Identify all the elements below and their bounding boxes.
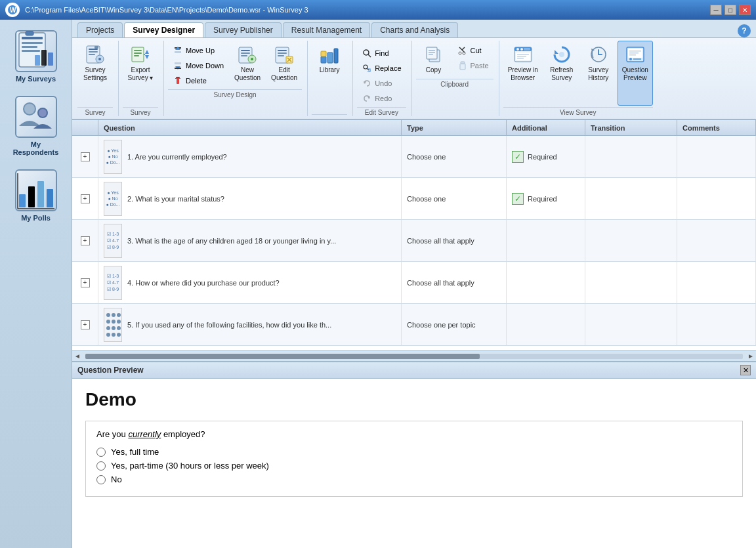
row2-question: ● Yes ● No ● Do... 2. What is your marit… — [98, 178, 402, 219]
expand-button[interactable]: + — [81, 194, 90, 203]
redo-button[interactable]: Redo — [357, 91, 406, 106]
tab-projects[interactable]: Projects — [77, 22, 123, 37]
question-thumb-radio: ● Yes ● No ● Do... — [104, 140, 122, 174]
tab-result-management[interactable]: Result Management — [283, 22, 370, 37]
new-question-label: NewQuestion — [234, 66, 261, 82]
edit-question-icon — [274, 44, 295, 65]
svg-rect-56 — [321, 56, 326, 63]
svg-point-95 — [629, 58, 632, 60]
survey-history-label: SurveyHistory — [588, 66, 608, 82]
svg-rect-84 — [517, 56, 526, 57]
find-icon — [362, 48, 372, 58]
svg-point-98 — [112, 313, 116, 317]
svg-rect-17 — [37, 181, 44, 207]
export-survey-button[interactable]: ExportSurvey ▾ — [123, 41, 158, 106]
export-survey-icon — [130, 44, 151, 65]
row2-type: Choose one — [402, 178, 507, 219]
survey-settings-button[interactable]: SurveySettings — [77, 41, 113, 106]
table-row[interactable]: + ☑ 1-3 ☑ 4-7 ☑ 8-9 3. What is the age o… — [72, 220, 756, 262]
new-question-button[interactable]: NewQuestion — [230, 41, 265, 85]
delete-button[interactable]: Delete — [168, 74, 228, 88]
close-button[interactable]: ✕ — [739, 5, 751, 15]
cut-button[interactable]: Cut — [453, 43, 494, 58]
row4-additional — [507, 262, 585, 303]
col-additional: Additional — [507, 120, 585, 135]
sidebar-item-my-surveys[interactable]: My Surveys — [5, 25, 68, 88]
find-button[interactable]: Find — [357, 46, 406, 60]
radio-input[interactable] — [96, 461, 106, 471]
expand-button[interactable]: + — [81, 236, 90, 245]
new-question-icon — [237, 44, 258, 65]
row4-type: Choose all that apply — [402, 262, 507, 303]
row3-comments — [677, 220, 756, 261]
scrollbar-track[interactable] — [85, 354, 743, 359]
undo-button[interactable]: Undo — [357, 76, 406, 91]
table-row[interactable]: + ☑ 1-3 ☑ 4-7 ☑ 8-9 4. How or where did … — [72, 262, 756, 304]
sidebar-item-my-polls[interactable]: My Polls — [5, 164, 68, 227]
svg-marker-86 — [555, 50, 558, 54]
svg-point-106 — [106, 333, 110, 337]
svg-rect-59 — [321, 51, 326, 56]
move-down-button[interactable]: Move Down — [168, 58, 228, 73]
preview-question-text: Are you currently employed? — [96, 429, 732, 439]
svg-rect-35 — [175, 51, 181, 53]
replace-button[interactable]: Replace — [357, 61, 406, 75]
move-up-button[interactable]: Move Up — [168, 43, 228, 58]
scroll-right-btn[interactable]: ► — [746, 352, 756, 360]
svg-rect-39 — [175, 78, 180, 79]
table-row[interactable]: + — [72, 304, 756, 346]
scroll-left-btn[interactable]: ◄ — [72, 352, 83, 360]
tab-charts-analysis[interactable]: Charts and Analysis — [371, 22, 458, 37]
move-down-icon — [173, 60, 183, 71]
tab-survey-publisher[interactable]: Survey Publisher — [205, 22, 282, 37]
sidebar: My Surveys My Respondents — [0, 20, 72, 548]
find-label: Find — [375, 49, 388, 57]
sidebar-item-my-respondents[interactable]: My Respondents — [5, 91, 68, 161]
table-row[interactable]: + ● Yes ● No ● Do... 1. Are you currentl… — [72, 136, 756, 178]
svg-rect-92 — [629, 51, 641, 52]
row4-transition — [585, 262, 677, 303]
refresh-survey-button[interactable]: RefreshSurvey — [544, 41, 579, 106]
svg-rect-24 — [89, 54, 95, 55]
tab-survey-designer[interactable]: Survey Designer — [124, 22, 203, 37]
row5-transition — [585, 304, 677, 345]
copy-icon — [423, 44, 444, 65]
paste-button[interactable]: Paste — [453, 58, 494, 73]
svg-rect-43 — [241, 50, 250, 51]
browser-icon — [513, 44, 534, 65]
scrollbar-thumb[interactable] — [85, 354, 480, 359]
radio-input[interactable] — [96, 448, 106, 457]
horizontal-scrollbar[interactable]: ◄ ► — [72, 350, 756, 361]
library-button[interactable]: Library — [312, 41, 347, 113]
question-preview-button[interactable]: QuestionPreview — [618, 41, 653, 106]
help-icon[interactable]: ? — [738, 24, 751, 37]
restore-button[interactable]: □ — [724, 5, 736, 15]
row5-expand: + — [72, 304, 98, 345]
expand-button[interactable]: + — [81, 320, 90, 329]
library-label: Library — [320, 66, 340, 74]
svg-rect-23 — [89, 51, 98, 53]
question-thumb-checkbox: ☑ 1-3 ☑ 4-7 ☑ 8-9 — [104, 224, 122, 258]
preview-close-button[interactable]: ✕ — [740, 365, 751, 375]
svg-rect-3 — [22, 37, 43, 39]
svg-rect-41 — [176, 77, 180, 78]
minimize-button[interactable]: ─ — [710, 5, 722, 15]
expand-button[interactable]: + — [81, 152, 90, 161]
radio-input[interactable] — [96, 475, 106, 484]
preview-browser-button[interactable]: Preview inBrowser — [503, 41, 543, 106]
svg-rect-68 — [429, 50, 435, 51]
expand-button[interactable]: + — [81, 278, 90, 287]
preview-question-box: Are you currently employed? Yes, full ti… — [85, 421, 743, 497]
copy-button[interactable]: Copy — [416, 41, 452, 77]
col-type: Type — [402, 120, 507, 135]
preview-content: Demo Are you currently employed? Yes, fu… — [72, 379, 756, 548]
svg-point-101 — [112, 320, 116, 324]
ribbon-group-library: Library — [312, 41, 353, 116]
survey-history-button[interactable]: SurveyHistory — [581, 41, 616, 106]
table-row[interactable]: + ● Yes ● No ● Do... 2. What is your mar… — [72, 178, 756, 220]
row1-question: ● Yes ● No ● Do... 1. Are you currently … — [98, 136, 402, 177]
edit-question-button[interactable]: EditQuestion — [266, 41, 302, 85]
required-checkbox: ✓ — [512, 151, 524, 163]
svg-rect-83 — [517, 54, 529, 55]
clipboard-small-group: Cut Paste — [453, 41, 494, 73]
